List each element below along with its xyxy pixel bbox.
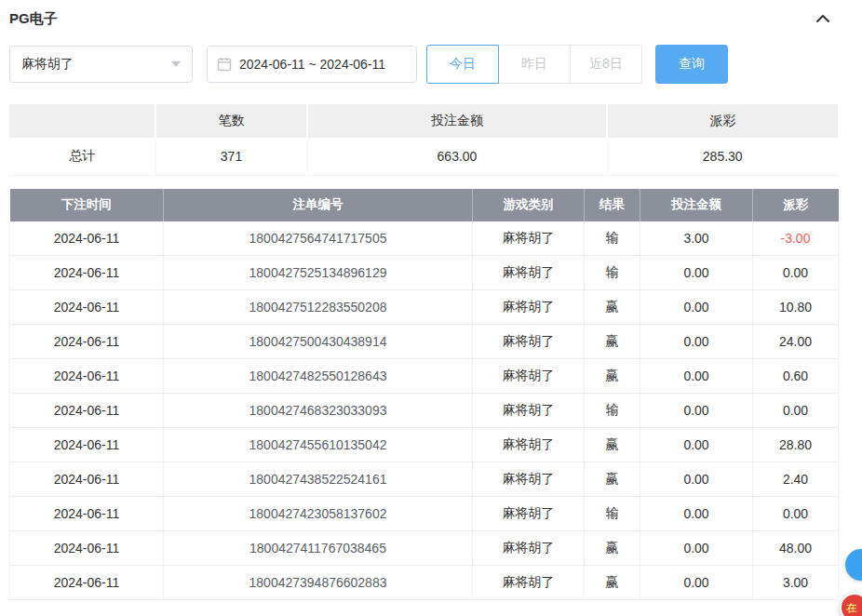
payout-cell: -3.00 <box>753 221 839 256</box>
table-row: 2024-06-111800427438522524161麻将胡了赢0.002.… <box>10 462 839 497</box>
game-type-cell: 麻将胡了 <box>473 497 585 531</box>
bet-amount-cell: 3.00 <box>640 221 753 256</box>
bet-time-cell: 2024-06-11 <box>10 290 164 325</box>
payout-cell: 24.00 <box>753 325 839 359</box>
result-cell: 赢 <box>585 531 640 566</box>
bet-number-cell: 1800427525134896129 <box>164 256 473 290</box>
table-row: 2024-06-111800427525134896129麻将胡了输0.000.… <box>10 256 839 290</box>
game-type-cell: 麻将胡了 <box>473 359 585 394</box>
bet-amount-cell: 0.00 <box>640 531 753 566</box>
table-row: 2024-06-111800427423058137602麻将胡了输0.000.… <box>10 497 839 531</box>
col-bet-time: 下注时间 <box>10 189 164 221</box>
payout-cell: 28.80 <box>753 428 839 462</box>
game-type-cell: 麻将胡了 <box>473 221 585 256</box>
search-button[interactable]: 查询 <box>655 45 728 84</box>
summary-total-row: 总计 371 663.00 285.30 <box>9 138 838 175</box>
table-row: 2024-06-111800427411767038465麻将胡了赢0.0048… <box>10 531 839 566</box>
game-type-cell: 麻将胡了 <box>473 428 585 462</box>
bet-number-cell: 1800427423058137602 <box>164 497 473 531</box>
result-cell: 赢 <box>585 566 640 600</box>
bet-time-cell: 2024-06-11 <box>10 428 164 462</box>
game-type-cell: 麻将胡了 <box>473 290 585 325</box>
bet-time-cell: 2024-06-11 <box>10 531 164 566</box>
game-type-cell: 麻将胡了 <box>473 566 585 600</box>
game-type-cell: 麻将胡了 <box>473 462 585 497</box>
filter-bar: 麻将胡了 2024-06-11 ~ 2024-06-11 今日昨日近8日 查询 <box>9 45 853 84</box>
bet-amount-cell: 0.00 <box>640 462 753 497</box>
summary-col-payout: 派彩 <box>607 104 838 138</box>
bet-amount-cell: 0.00 <box>640 394 753 428</box>
bet-amount-cell: 0.00 <box>640 566 753 600</box>
result-cell: 赢 <box>585 325 640 359</box>
service-icon: 在 <box>846 602 856 613</box>
game-select[interactable]: 麻将胡了 <box>9 46 193 83</box>
payout-cell: 0.00 <box>753 497 839 531</box>
col-result: 结果 <box>585 189 640 221</box>
bet-time-cell: 2024-06-11 <box>10 325 164 359</box>
bet-amount-cell: 0.00 <box>640 325 753 359</box>
page-title: PG电子 <box>9 10 58 28</box>
result-cell: 赢 <box>585 290 640 325</box>
bet-time-cell: 2024-06-11 <box>10 462 164 497</box>
bet-number-cell: 1800427512283550208 <box>164 290 473 325</box>
bet-time-cell: 2024-06-11 <box>10 256 164 290</box>
col-bet-amount: 投注金额 <box>640 189 753 221</box>
quick-filter-today[interactable]: 今日 <box>426 45 499 84</box>
result-cell: 输 <box>585 394 640 428</box>
col-game-type: 游戏类别 <box>473 189 585 221</box>
quick-filter-group: 今日昨日近8日 <box>426 45 642 84</box>
table-row: 2024-06-111800427455610135042麻将胡了赢0.0028… <box>10 428 839 462</box>
date-range-value: 2024-06-11 ~ 2024-06-11 <box>239 57 385 72</box>
result-cell: 输 <box>585 221 640 256</box>
date-range-picker[interactable]: 2024-06-11 ~ 2024-06-11 <box>207 46 417 83</box>
summary-col-count: 笔数 <box>155 104 307 138</box>
table-row: 2024-06-111800427394876602883麻将胡了赢0.003.… <box>10 566 839 600</box>
bet-number-cell: 1800427394876602883 <box>164 566 473 600</box>
pg-panel: PG电子 麻将胡了 2024-06-11 ~ 2024-06-11 今日昨日近8… <box>0 0 862 600</box>
bet-amount-cell: 0.00 <box>640 497 753 531</box>
game-type-cell: 麻将胡了 <box>473 256 585 290</box>
result-cell: 输 <box>585 497 640 531</box>
table-row: 2024-06-111800427500430438914麻将胡了赢0.0024… <box>10 325 839 359</box>
table-row: 2024-06-111800427564741717505麻将胡了输3.00-3… <box>10 221 839 256</box>
table-row: 2024-06-111800427468323033093麻将胡了输0.000.… <box>10 394 839 428</box>
payout-cell: 10.80 <box>753 290 839 325</box>
quick-filter-yesterday[interactable]: 昨日 <box>498 45 571 84</box>
result-cell: 赢 <box>585 359 640 394</box>
bet-amount-cell: 0.00 <box>640 256 753 290</box>
summary-table: 笔数 投注金额 派彩 总计 371 663.00 285.30 <box>9 104 838 176</box>
summary-total-label: 总计 <box>9 138 155 175</box>
bet-number-cell: 1800427411767038465 <box>164 531 473 566</box>
summary-header-row: 笔数 投注金额 派彩 <box>9 104 838 138</box>
bet-amount-cell: 0.00 <box>640 359 753 394</box>
result-cell: 输 <box>585 256 640 290</box>
bet-time-cell: 2024-06-11 <box>10 566 164 600</box>
bet-amount-cell: 0.00 <box>640 290 753 325</box>
quick-filter-last8days[interactable]: 近8日 <box>570 45 642 84</box>
panel-header: PG电子 <box>0 0 862 37</box>
bet-number-cell: 1800427438522524161 <box>164 462 473 497</box>
bet-table-header-row: 下注时间 注单编号 游戏类别 结果 投注金额 派彩 <box>10 189 839 221</box>
payout-cell: 2.40 <box>753 462 839 497</box>
table-row: 2024-06-111800427512283550208麻将胡了赢0.0010… <box>10 290 839 325</box>
bet-number-cell: 1800427564741717505 <box>164 221 473 256</box>
payout-cell: 0.00 <box>753 394 839 428</box>
payout-cell: 48.00 <box>753 531 839 566</box>
bet-number-cell: 1800427455610135042 <box>164 428 473 462</box>
bet-amount-cell: 0.00 <box>640 428 753 462</box>
table-row: 2024-06-111800427482550128643麻将胡了赢0.000.… <box>10 359 839 394</box>
game-type-cell: 麻将胡了 <box>473 325 585 359</box>
payout-cell: 3.00 <box>753 566 839 600</box>
summary-total-payout: 285.30 <box>607 138 838 175</box>
bet-table-body: 2024-06-111800427564741717505麻将胡了输3.00-3… <box>10 221 839 600</box>
bet-number-cell: 1800427500430438914 <box>164 325 473 359</box>
bet-table: 下注时间 注单编号 游戏类别 结果 投注金额 派彩 2024-06-111800… <box>9 189 839 601</box>
chevron-down-icon <box>171 61 181 67</box>
bet-time-cell: 2024-06-11 <box>10 221 164 256</box>
bet-time-cell: 2024-06-11 <box>10 497 164 531</box>
game-select-value: 麻将胡了 <box>21 56 74 73</box>
payout-cell: 0.60 <box>753 359 839 394</box>
summary-corner-cell <box>9 104 155 138</box>
collapse-panel-button[interactable] <box>814 11 832 26</box>
bet-number-cell: 1800427468323033093 <box>164 394 473 428</box>
